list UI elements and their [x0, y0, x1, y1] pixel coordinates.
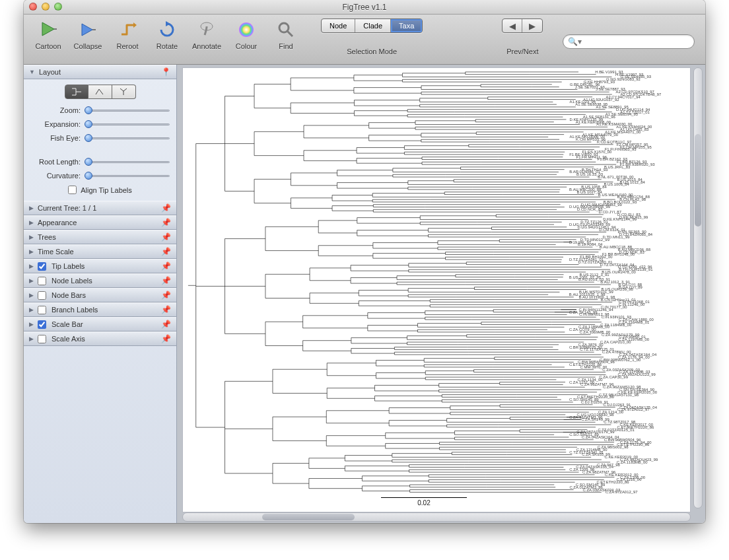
- search-input[interactable]: [563, 34, 695, 49]
- tip-label[interactable]: B.US.1006_84: [604, 182, 629, 186]
- annotate-icon: [195, 18, 218, 41]
- panel-checkbox-5[interactable]: [38, 277, 46, 285]
- vertical-thumb[interactable]: [695, 134, 701, 227]
- panel-head-7[interactable]: ▶Branch Labels📌: [24, 302, 176, 317]
- tree-canvas[interactable]: H.BE.V1991_93H.BE.V1997_93G.SE.SE6165_93…: [182, 67, 691, 512]
- zoom-window-icon[interactable]: [54, 3, 62, 11]
- panel-head-3[interactable]: ▶Time Scale📌: [24, 244, 176, 259]
- layout-rect-button[interactable]: [65, 85, 88, 99]
- cartoon-icon: [37, 18, 59, 41]
- prev-button[interactable]: ◀: [503, 19, 522, 32]
- disclosure-closed-icon[interactable]: ▶: [29, 219, 34, 226]
- pin-icon[interactable]: 📌: [161, 247, 171, 256]
- pin-icon[interactable]: 📌: [161, 320, 171, 329]
- rotate-icon: [156, 18, 178, 41]
- curvature-slider[interactable]: [85, 171, 170, 180]
- disclosure-closed-icon[interactable]: ▶: [29, 205, 34, 211]
- panel-head-8[interactable]: ▶Scale Bar📌: [24, 317, 176, 332]
- rootlength-slider[interactable]: [85, 157, 170, 166]
- pin-icon[interactable]: 📌: [161, 291, 171, 300]
- selection-clade-button[interactable]: Clade: [355, 19, 391, 32]
- layout-radial-button[interactable]: [112, 85, 136, 99]
- toolbar-main-group: Cartoon Collapse Reroot Rotate: [30, 18, 304, 50]
- panel-title: Current Tree: 1 / 1: [38, 204, 96, 212]
- panel-checkbox-7[interactable]: [38, 306, 46, 314]
- panel-head-0[interactable]: ▶Current Tree: 1 / 1📌: [24, 201, 176, 215]
- panel-title: Scale Bar: [52, 320, 83, 328]
- fisheye-label: Fish Eye:: [30, 134, 81, 142]
- expansion-slider[interactable]: [85, 120, 170, 129]
- panel-head-5[interactable]: ▶Node Labels📌: [24, 273, 176, 288]
- tip-label[interactable]: C.ZA.CAP210_00: [600, 340, 632, 344]
- scale-bar: 0.02: [381, 497, 467, 507]
- curvature-row: Curvature:: [30, 171, 170, 180]
- minimize-window-icon[interactable]: [42, 3, 50, 11]
- selection-taxa-button[interactable]: Taxa: [391, 19, 422, 32]
- cartoon-button[interactable]: Cartoon: [30, 18, 66, 50]
- tip-label[interactable]: C.ZA.97ZA012_97: [606, 490, 638, 494]
- disclosure-closed-icon[interactable]: ▶: [29, 234, 34, 240]
- prevnext-label: Prev/Next: [506, 48, 538, 55]
- tip-label[interactable]: C.ZA.1183MB_00: [617, 460, 648, 464]
- panel-head-6[interactable]: ▶Node Bars📌: [24, 288, 176, 302]
- pin-icon[interactable]: 📌: [161, 218, 171, 227]
- search-icon: 🔍▾: [568, 37, 582, 46]
- panel-checkbox-8[interactable]: [38, 320, 46, 329]
- sidebar: ▼ Layout 📍 Zoom: Expansion:: [24, 65, 177, 523]
- layout-polar-button[interactable]: [88, 85, 112, 99]
- tip-label[interactable]: C.ZA.CAP30_99: [599, 375, 628, 379]
- pin-icon[interactable]: 📌: [161, 203, 171, 213]
- panel-head-4[interactable]: ▶Tip Labels📌: [24, 259, 176, 273]
- close-window-icon[interactable]: [29, 3, 37, 11]
- annotate-button[interactable]: Annotate: [189, 18, 225, 50]
- toolbar: Cartoon Collapse Reroot Rotate: [24, 15, 705, 65]
- pin-icon[interactable]: 📌: [161, 334, 171, 343]
- collapse-button[interactable]: Collapse: [70, 18, 106, 50]
- disclosure-closed-icon[interactable]: ▶: [29, 321, 34, 328]
- svg-point-8: [279, 23, 289, 32]
- layout-mode-buttons: [30, 85, 170, 99]
- pin-icon[interactable]: 📌: [161, 276, 171, 285]
- disclosure-closed-icon[interactable]: ▶: [29, 292, 34, 298]
- rotate-button[interactable]: Rotate: [149, 18, 185, 50]
- panel-title: Node Labels: [52, 277, 92, 285]
- disclosure-closed-icon[interactable]: ▶: [29, 277, 34, 284]
- panel-checkbox-6[interactable]: [38, 291, 46, 300]
- panel-head-9[interactable]: ▶Scale Axis📌: [24, 332, 176, 346]
- pin-icon[interactable]: 📌: [161, 232, 171, 242]
- panel-title: Node Bars: [52, 291, 86, 299]
- align-tip-labels-checkbox[interactable]: [68, 186, 77, 194]
- svg-line-9: [287, 31, 293, 36]
- disclosure-closed-icon[interactable]: ▶: [29, 248, 34, 255]
- disclosure-closed-icon[interactable]: ▶: [29, 263, 34, 269]
- next-button[interactable]: ▶: [522, 19, 542, 32]
- disclosure-open-icon[interactable]: ▼: [29, 69, 35, 75]
- panel-head-1[interactable]: ▶Appearance📌: [24, 215, 176, 230]
- tip-label[interactable]: B.US.JRFL_83: [604, 165, 631, 169]
- pin-icon[interactable]: 📌: [161, 262, 171, 271]
- window-controls: [29, 3, 62, 11]
- panel-checkbox-9[interactable]: [38, 335, 46, 343]
- disclosure-closed-icon[interactable]: ▶: [29, 306, 34, 313]
- panel-layout-head[interactable]: ▼ Layout 📍: [24, 65, 176, 79]
- collapse-icon: [77, 18, 99, 41]
- svg-point-7: [239, 22, 254, 37]
- find-button[interactable]: Find: [268, 18, 304, 50]
- horizontal-thumb[interactable]: [262, 514, 355, 520]
- vertical-scrollbar[interactable]: [693, 67, 703, 508]
- pin-icon[interactable]: 📌: [161, 305, 171, 314]
- panel-head-2[interactable]: ▶Trees📌: [24, 230, 176, 244]
- fisheye-slider[interactable]: [85, 133, 170, 143]
- disclosure-closed-icon[interactable]: ▶: [29, 335, 34, 342]
- reroot-button[interactable]: Reroot: [110, 18, 145, 50]
- titlebar: FigTree v1.1: [24, 0, 705, 15]
- panel-layout-body: Zoom: Expansion: Fish Eye: Root Length:: [24, 79, 176, 201]
- selection-node-button[interactable]: Node: [322, 19, 355, 32]
- rootlength-row: Root Length:: [30, 157, 170, 166]
- panel-checkbox-4[interactable]: [38, 262, 46, 271]
- zoom-slider[interactable]: [85, 106, 170, 115]
- colour-button[interactable]: Colour: [228, 18, 264, 50]
- horizontal-scrollbar[interactable]: [182, 512, 691, 522]
- pin-icon[interactable]: 📍: [161, 67, 171, 77]
- rootlength-label: Root Length:: [30, 158, 81, 166]
